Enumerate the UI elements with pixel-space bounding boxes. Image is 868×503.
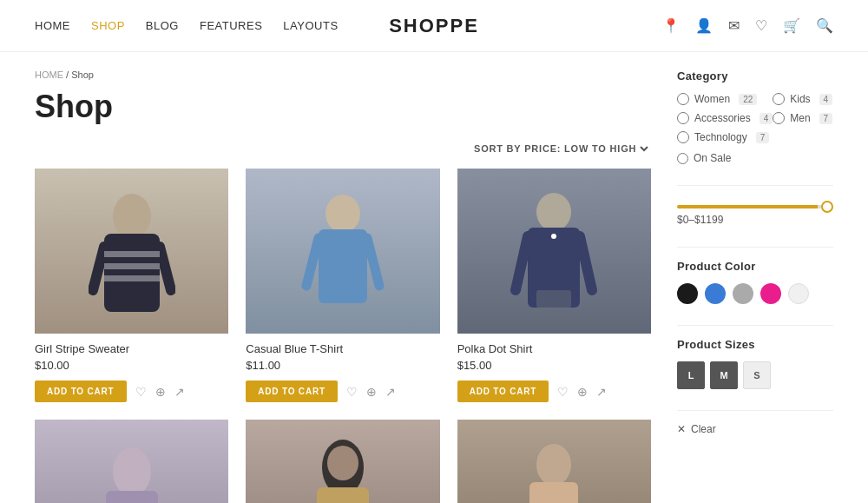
share-icon[interactable]: ↗ xyxy=(174,385,185,399)
on-sale-label: On Sale xyxy=(694,152,731,164)
wishlist-icon[interactable]: ♡ xyxy=(557,385,569,399)
on-sale-row: On Sale xyxy=(677,152,833,164)
price-range-text: $0–$1199 xyxy=(677,214,833,226)
svg-line-10 xyxy=(367,238,379,286)
clear-label[interactable]: Clear xyxy=(691,423,716,435)
add-to-cart-button[interactable]: ADD TO CART xyxy=(457,381,549,402)
product-name: Polka Dot Shirt xyxy=(457,342,651,355)
product-price: $11.00 xyxy=(246,359,439,372)
size-btn-m[interactable]: M xyxy=(710,361,738,389)
category-count: 22 xyxy=(739,94,757,105)
location-icon[interactable]: 📍 xyxy=(662,17,680,34)
share-icon[interactable]: ↗ xyxy=(385,385,396,399)
product-card: Casual Blue T-Shirt $11.00 ADD TO CART ♡… xyxy=(246,169,439,402)
color-swatch-blue[interactable] xyxy=(705,283,726,304)
cart-icon[interactable]: 🛒 xyxy=(783,17,800,34)
zoom-icon[interactable]: ⊕ xyxy=(155,385,166,399)
price-slider[interactable] xyxy=(677,205,833,208)
mail-icon[interactable]: ✉ xyxy=(728,17,740,34)
share-icon[interactable]: ↗ xyxy=(596,385,607,399)
product-actions: ADD TO CART ♡ ⊕ ↗ xyxy=(246,381,439,402)
divider xyxy=(677,185,833,186)
product-card xyxy=(457,420,651,503)
nav-blog[interactable]: BLOG xyxy=(146,19,179,32)
product-actions: ADD TO CART ♡ ⊕ ↗ xyxy=(457,381,651,402)
color-swatch-magenta[interactable] xyxy=(760,283,781,304)
category-count: 7 xyxy=(756,132,770,143)
sort-select[interactable]: SORT BY PRICE: LOW TO HIGHSORT BY PRICE:… xyxy=(470,142,651,155)
size-btn-s[interactable]: S xyxy=(743,361,771,389)
size-buttons: L M S xyxy=(677,361,833,389)
breadcrumb-home[interactable]: HOME xyxy=(35,69,63,80)
breadcrumb: HOME / Shop xyxy=(35,69,651,80)
category-radio-men[interactable] xyxy=(773,112,785,124)
color-title: Product Color xyxy=(677,260,833,273)
category-item-accessories: Accessories 4 xyxy=(677,112,773,124)
brand-title: SHOPPE xyxy=(389,15,479,37)
svg-rect-21 xyxy=(317,487,369,503)
category-item-technology: Technology 7 xyxy=(677,131,773,143)
svg-point-17 xyxy=(113,447,151,496)
clear-x-icon: ✕ xyxy=(677,423,686,435)
svg-rect-6 xyxy=(104,275,160,281)
svg-point-15 xyxy=(551,234,556,239)
svg-rect-4 xyxy=(104,251,160,257)
price-range-container: $0–$1199 xyxy=(677,198,833,226)
nav-shop[interactable]: SHOP xyxy=(91,19,125,32)
size-btn-l[interactable]: L xyxy=(677,361,705,389)
svg-rect-16 xyxy=(536,290,571,308)
zoom-icon[interactable]: ⊕ xyxy=(577,385,588,399)
category-item-women: Women 22 xyxy=(677,93,773,105)
category-label: Women xyxy=(694,93,730,105)
zoom-icon[interactable]: ⊕ xyxy=(366,385,377,399)
clear-row[interactable]: ✕ Clear xyxy=(677,423,833,435)
product-grid: Girl Stripe Sweater $10.00 ADD TO CART ♡… xyxy=(35,169,651,503)
svg-rect-8 xyxy=(319,229,367,303)
color-section: Product Color xyxy=(677,260,833,304)
svg-point-7 xyxy=(326,195,360,233)
nav-features[interactable]: FEATURES xyxy=(200,19,262,32)
svg-rect-18 xyxy=(106,491,158,503)
price-section: $0–$1199 xyxy=(677,198,833,226)
svg-line-3 xyxy=(160,247,171,290)
heart-icon[interactable]: ♡ xyxy=(755,17,767,34)
svg-point-20 xyxy=(327,446,358,480)
svg-line-2 xyxy=(93,247,104,290)
category-radio-technology[interactable] xyxy=(677,131,689,143)
category-radio-women[interactable] xyxy=(677,93,689,105)
category-label: Technology xyxy=(694,131,747,143)
color-swatches xyxy=(677,283,833,304)
color-swatch-black[interactable] xyxy=(677,283,698,304)
category-radio-accessories[interactable] xyxy=(677,112,689,124)
nav-layouts[interactable]: LAYOUTS xyxy=(283,19,338,32)
product-price: $15.00 xyxy=(457,359,651,372)
user-icon[interactable]: 👤 xyxy=(695,17,713,34)
color-swatch-gray[interactable] xyxy=(733,283,753,304)
wishlist-icon[interactable]: ♡ xyxy=(346,385,358,399)
svg-point-22 xyxy=(536,444,571,486)
category-count: 4 xyxy=(819,94,833,105)
search-icon[interactable]: 🔍 xyxy=(816,17,833,34)
add-to-cart-button[interactable]: ADD TO CART xyxy=(246,381,338,402)
wishlist-icon[interactable]: ♡ xyxy=(135,385,147,399)
content-area: HOME / Shop Shop SORT BY PRICE: LOW TO H… xyxy=(35,69,651,503)
svg-line-13 xyxy=(516,236,528,290)
category-radio-kids[interactable] xyxy=(773,93,785,105)
category-radio-onsale[interactable] xyxy=(677,153,688,164)
product-card xyxy=(246,420,439,503)
category-section: Category Women 22 Kids 4 Accessories 4 xyxy=(677,69,833,164)
add-to-cart-button[interactable]: ADD TO CART xyxy=(35,381,127,402)
category-count: 7 xyxy=(819,113,833,124)
nav-home[interactable]: HOME xyxy=(35,19,70,32)
product-card xyxy=(35,420,228,503)
color-swatch-white[interactable] xyxy=(788,283,809,304)
product-image xyxy=(35,420,228,503)
product-image xyxy=(457,169,651,334)
product-name: Casual Blue T-Shirt xyxy=(246,342,439,355)
product-image xyxy=(35,169,228,334)
navbar: HOME SHOP BLOG FEATURES LAYOUTS SHOPPE 📍… xyxy=(0,0,868,52)
product-image xyxy=(246,420,439,503)
svg-line-14 xyxy=(580,236,592,290)
svg-rect-23 xyxy=(529,482,578,503)
category-title: Category xyxy=(677,69,833,83)
